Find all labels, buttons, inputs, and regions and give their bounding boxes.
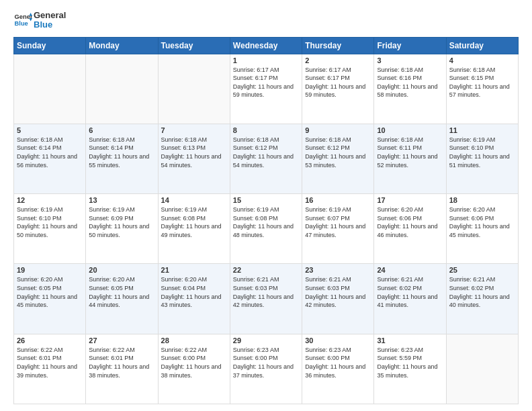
calendar-cell: 27Sunrise: 6:22 AMSunset: 6:01 PMDayligh… [86,334,158,404]
cell-info: Sunrise: 6:20 AMSunset: 6:06 PMDaylight:… [377,205,443,239]
calendar-cell: 2Sunrise: 6:17 AMSunset: 6:17 PMDaylight… [302,54,374,124]
cell-info: Sunrise: 6:20 AMSunset: 6:05 PMDaylight:… [17,275,83,309]
weekday-header-wednesday: Wednesday [230,37,302,54]
calendar-cell: 4Sunrise: 6:18 AMSunset: 6:15 PMDaylight… [446,54,518,124]
cell-info: Sunrise: 6:18 AMSunset: 6:14 PMDaylight:… [17,136,83,169]
day-number: 12 [17,196,83,204]
calendar-cell [86,54,158,124]
day-number: 6 [89,126,154,134]
cell-info: Sunrise: 6:19 AMSunset: 6:08 PMDaylight:… [233,205,299,239]
cell-info: Sunrise: 6:22 AMSunset: 6:01 PMDaylight:… [17,346,83,379]
day-number: 4 [449,56,515,64]
logo-blue: Blue [34,20,66,30]
calendar-cell: 29Sunrise: 6:23 AMSunset: 6:00 PMDayligh… [230,334,302,404]
day-number: 27 [89,336,154,345]
cell-info: Sunrise: 6:20 AMSunset: 6:06 PMDaylight:… [449,205,515,239]
day-number: 19 [17,266,83,274]
cell-info: Sunrise: 6:21 AMSunset: 6:03 PMDaylight:… [305,275,371,309]
calendar-cell: 13Sunrise: 6:19 AMSunset: 6:09 PMDayligh… [86,194,158,264]
week-row-5: 26Sunrise: 6:22 AMSunset: 6:01 PMDayligh… [14,334,519,404]
calendar-table: SundayMondayTuesdayWednesdayThursdayFrid… [13,37,519,404]
calendar-cell: 1Sunrise: 6:17 AMSunset: 6:17 PMDaylight… [230,54,302,124]
calendar-cell: 12Sunrise: 6:19 AMSunset: 6:10 PMDayligh… [14,194,86,264]
week-row-1: 1Sunrise: 6:17 AMSunset: 6:17 PMDaylight… [14,54,519,124]
calendar-cell: 22Sunrise: 6:21 AMSunset: 6:03 PMDayligh… [230,264,302,334]
calendar-cell: 26Sunrise: 6:22 AMSunset: 6:01 PMDayligh… [14,334,86,404]
cell-info: Sunrise: 6:21 AMSunset: 6:03 PMDaylight:… [233,275,299,309]
cell-info: Sunrise: 6:18 AMSunset: 6:16 PMDaylight:… [377,66,443,99]
cell-info: Sunrise: 6:18 AMSunset: 6:15 PMDaylight:… [449,66,515,99]
calendar-cell: 9Sunrise: 6:18 AMSunset: 6:12 PMDaylight… [302,124,374,193]
day-number: 16 [305,196,371,204]
page: General Blue General Blue SundayMondayTu… [0,0,532,411]
day-number: 8 [233,126,299,134]
day-number: 15 [233,196,299,204]
calendar-cell: 5Sunrise: 6:18 AMSunset: 6:14 PMDaylight… [14,124,86,193]
calendar-cell: 7Sunrise: 6:18 AMSunset: 6:13 PMDaylight… [158,124,230,193]
calendar-cell: 15Sunrise: 6:19 AMSunset: 6:08 PMDayligh… [230,194,302,264]
weekday-header-tuesday: Tuesday [158,37,230,54]
calendar-cell: 31Sunrise: 6:23 AMSunset: 5:59 PMDayligh… [374,334,446,404]
cell-info: Sunrise: 6:18 AMSunset: 6:13 PMDaylight:… [161,136,227,169]
svg-text:General: General [15,14,32,21]
calendar-cell: 17Sunrise: 6:20 AMSunset: 6:06 PMDayligh… [374,194,446,264]
cell-info: Sunrise: 6:22 AMSunset: 6:01 PMDaylight:… [89,346,154,379]
cell-info: Sunrise: 6:17 AMSunset: 6:17 PMDaylight:… [233,66,299,99]
calendar-cell [158,54,230,124]
day-number: 21 [161,266,227,274]
day-number: 5 [17,126,83,134]
cell-info: Sunrise: 6:23 AMSunset: 6:00 PMDaylight:… [233,346,299,379]
day-number: 26 [17,336,83,345]
cell-info: Sunrise: 6:21 AMSunset: 6:02 PMDaylight:… [377,275,443,309]
calendar-cell: 18Sunrise: 6:20 AMSunset: 6:06 PMDayligh… [446,194,518,264]
day-number: 23 [305,266,371,274]
cell-info: Sunrise: 6:20 AMSunset: 6:05 PMDaylight:… [89,275,154,309]
calendar-cell: 8Sunrise: 6:18 AMSunset: 6:12 PMDaylight… [230,124,302,193]
day-number: 25 [449,266,515,274]
cell-info: Sunrise: 6:23 AMSunset: 5:59 PMDaylight:… [377,346,443,379]
calendar-cell: 19Sunrise: 6:20 AMSunset: 6:05 PMDayligh… [14,264,86,334]
calendar-cell: 20Sunrise: 6:20 AMSunset: 6:05 PMDayligh… [86,264,158,334]
logo-icon: General Blue [13,11,32,30]
day-number: 20 [89,266,154,274]
weekday-header-thursday: Thursday [302,37,374,54]
weekday-header-sunday: Sunday [14,37,86,54]
cell-info: Sunrise: 6:17 AMSunset: 6:17 PMDaylight:… [305,66,371,99]
cell-info: Sunrise: 6:19 AMSunset: 6:07 PMDaylight:… [305,205,371,239]
calendar-cell: 10Sunrise: 6:18 AMSunset: 6:11 PMDayligh… [374,124,446,193]
day-number: 13 [89,196,154,204]
cell-info: Sunrise: 6:18 AMSunset: 6:12 PMDaylight:… [233,136,299,169]
cell-info: Sunrise: 6:22 AMSunset: 6:00 PMDaylight:… [161,346,227,379]
calendar-cell [446,334,518,404]
calendar-cell [14,54,86,124]
calendar-cell: 11Sunrise: 6:19 AMSunset: 6:10 PMDayligh… [446,124,518,193]
cell-info: Sunrise: 6:23 AMSunset: 6:00 PMDaylight:… [305,346,371,379]
calendar-cell: 25Sunrise: 6:21 AMSunset: 6:02 PMDayligh… [446,264,518,334]
day-number: 22 [233,266,299,274]
day-number: 28 [161,336,227,345]
day-number: 10 [377,126,443,134]
calendar-cell: 24Sunrise: 6:21 AMSunset: 6:02 PMDayligh… [374,264,446,334]
day-number: 31 [377,336,443,345]
svg-text:Blue: Blue [15,20,28,27]
week-row-2: 5Sunrise: 6:18 AMSunset: 6:14 PMDaylight… [14,124,519,193]
week-row-3: 12Sunrise: 6:19 AMSunset: 6:10 PMDayligh… [14,194,519,264]
day-number: 17 [377,196,443,204]
day-number: 1 [233,56,299,64]
week-row-4: 19Sunrise: 6:20 AMSunset: 6:05 PMDayligh… [14,264,519,334]
cell-info: Sunrise: 6:20 AMSunset: 6:04 PMDaylight:… [161,275,227,309]
weekday-header-friday: Friday [374,37,446,54]
cell-info: Sunrise: 6:18 AMSunset: 6:12 PMDaylight:… [305,136,371,169]
day-number: 7 [161,126,227,134]
calendar-cell: 16Sunrise: 6:19 AMSunset: 6:07 PMDayligh… [302,194,374,264]
cell-info: Sunrise: 6:19 AMSunset: 6:10 PMDaylight:… [449,136,515,169]
cell-info: Sunrise: 6:21 AMSunset: 6:02 PMDaylight:… [449,275,515,309]
day-number: 11 [449,126,515,134]
logo-general: General [34,11,66,20]
calendar-cell: 28Sunrise: 6:22 AMSunset: 6:00 PMDayligh… [158,334,230,404]
day-number: 14 [161,196,227,204]
header: General Blue General Blue [13,11,519,30]
weekday-header-saturday: Saturday [446,37,518,54]
calendar-cell: 6Sunrise: 6:18 AMSunset: 6:14 PMDaylight… [86,124,158,193]
calendar-cell: 21Sunrise: 6:20 AMSunset: 6:04 PMDayligh… [158,264,230,334]
